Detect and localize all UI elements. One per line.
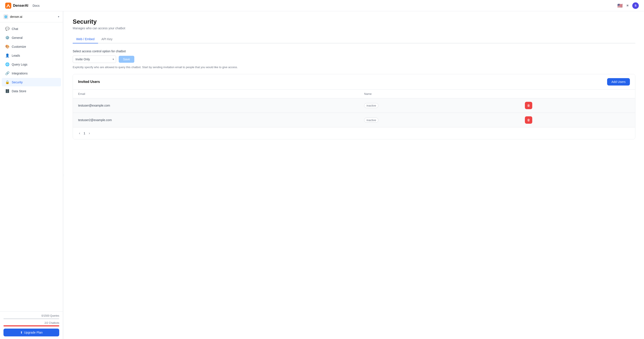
sidebar-item-label-data-store: Data Store	[12, 90, 26, 93]
general-icon: ⚙️	[5, 36, 10, 40]
col-email: Email	[73, 90, 359, 98]
table-row: testuser2@example.com inactive 🗑	[73, 113, 635, 128]
logo-icon	[5, 2, 11, 9]
access-select[interactable]: PublicInvite OnlyPrivate	[73, 56, 116, 63]
invited-users-header: Invited Users Add Users	[73, 74, 635, 90]
col-action	[520, 90, 635, 98]
invited-users-section: Invited Users Add Users Email Name testu…	[73, 74, 635, 139]
logo-text: DenserAI	[13, 4, 28, 8]
chatbots-progress-bar	[4, 325, 59, 326]
access-control-row: PublicInvite OnlyPrivate ▾ Save	[73, 56, 635, 63]
sidebar-item-label-integrations: Integrations	[12, 72, 28, 75]
layout: 🌐 denser.ai ▾ 💬 Chat ⚙️ General 🎨 Custom…	[0, 11, 644, 339]
next-page-button[interactable]: ›	[88, 130, 91, 136]
table-row: testuser@example.com inactive 🗑	[73, 98, 635, 113]
invited-users-title: Invited Users	[78, 80, 100, 84]
integrations-icon: 🔗	[5, 71, 10, 75]
sidebar-item-label-security: Security	[12, 80, 23, 84]
sidebar-item-label-query-logs: Query Logs	[12, 63, 27, 66]
pagination: ‹ 1 ›	[73, 127, 635, 139]
customize-icon: 🎨	[5, 44, 10, 48]
current-page: 1	[84, 132, 85, 135]
access-hint: Explicitly specify who are allowed to qu…	[73, 66, 635, 69]
avatar[interactable]: S	[632, 2, 639, 9]
upgrade-icon: ⬆	[20, 331, 23, 334]
data-store-icon: 🗄️	[5, 89, 10, 93]
page-subtitle: Manages who can access your chatbot	[73, 26, 635, 30]
status-badge: inactive	[364, 103, 378, 108]
main-content: Security Manages who can access your cha…	[64, 11, 644, 339]
sidebar-item-label-leads: Leads	[12, 54, 20, 57]
tab-api-key[interactable]: API Key	[98, 35, 116, 44]
cell-email: testuser2@example.com	[73, 113, 359, 128]
sidebar-item-query-logs[interactable]: 🌐 Query Logs	[2, 60, 61, 68]
leads-icon: 👤	[5, 54, 10, 58]
query-logs-icon: 🌐	[5, 62, 10, 66]
topnav-left: DenserAI Docs	[5, 2, 40, 9]
delete-user-button[interactable]: 🗑	[525, 102, 532, 109]
sidebar-item-chat[interactable]: 💬 Chat	[2, 24, 61, 33]
cell-action: 🗑	[520, 98, 635, 113]
sidebar-item-label-customize: Customize	[12, 45, 26, 48]
sidebar: 🌐 denser.ai ▾ 💬 Chat ⚙️ General 🎨 Custom…	[0, 11, 63, 339]
docs-link[interactable]: Docs	[32, 4, 40, 8]
sidebar-item-integrations[interactable]: 🔗 Integrations	[2, 69, 61, 78]
workspace-name: 🌐 denser.ai	[4, 14, 22, 19]
chevron-down-icon: ▾	[58, 15, 59, 18]
sidebar-item-leads[interactable]: 👤 Leads	[2, 51, 61, 60]
tabs: Web / EmbedAPI Key	[73, 35, 635, 44]
chatbots-usage: 2/2 Chatbots	[4, 322, 59, 324]
workspace-selector[interactable]: 🌐 denser.ai ▾	[0, 11, 63, 22]
sidebar-nav: 💬 Chat ⚙️ General 🎨 Customize 👤 Leads 🌐 …	[0, 22, 63, 312]
invited-users-table: Email Name testuser@example.com inactive…	[73, 90, 635, 127]
status-badge: inactive	[364, 118, 378, 122]
tab-web-embed[interactable]: Web / Embed	[73, 35, 98, 44]
cell-action: 🗑	[520, 113, 635, 128]
save-button[interactable]: Save	[119, 56, 134, 63]
topnav-right: 🇺🇸 ☀ S	[617, 2, 639, 9]
chatbots-progress-fill	[4, 325, 59, 326]
cell-status: inactive	[359, 98, 520, 113]
access-control-section: Select access control option for chatbot…	[73, 50, 635, 69]
upgrade-button[interactable]: ⬆ Upgrade Plan	[4, 328, 59, 336]
col-name: Name	[359, 90, 520, 98]
access-control-label: Select access control option for chatbot	[73, 50, 635, 53]
cell-status: inactive	[359, 113, 520, 128]
access-select-wrapper: PublicInvite OnlyPrivate ▾	[73, 56, 116, 63]
sidebar-item-label-chat: Chat	[12, 27, 18, 30]
sidebar-footer: 0/1500 Queries 2/2 Chatbots ⬆ Upgrade Pl…	[0, 312, 63, 339]
logo[interactable]: DenserAI	[5, 2, 28, 9]
cell-email: testuser@example.com	[73, 98, 359, 113]
add-users-button[interactable]: Add Users	[607, 78, 630, 86]
delete-user-button[interactable]: 🗑	[525, 116, 532, 124]
sidebar-item-general[interactable]: ⚙️ General	[2, 34, 61, 42]
table-body: testuser@example.com inactive 🗑 testuser…	[73, 98, 635, 128]
sidebar-item-customize[interactable]: 🎨 Customize	[2, 42, 61, 51]
sidebar-item-security[interactable]: 🔒 Security	[2, 78, 61, 86]
table-header-row: Email Name	[73, 90, 635, 98]
table-header: Email Name	[73, 90, 635, 98]
queries-progress-bar	[4, 318, 59, 319]
chat-icon: 💬	[5, 27, 10, 31]
prev-page-button[interactable]: ‹	[78, 130, 81, 136]
sidebar-item-label-general: General	[12, 36, 22, 40]
security-icon: 🔒	[5, 80, 10, 84]
queries-usage: 0/1500 Queries	[4, 314, 59, 317]
sidebar-item-data-store[interactable]: 🗄️ Data Store	[2, 87, 61, 95]
topnav: DenserAI Docs 🇺🇸 ☀ S	[0, 0, 644, 11]
workspace-dot: 🌐	[4, 14, 8, 19]
page-title: Security	[73, 18, 635, 25]
flag-icon[interactable]: 🇺🇸	[617, 3, 623, 8]
sun-icon[interactable]: ☀	[626, 3, 629, 8]
